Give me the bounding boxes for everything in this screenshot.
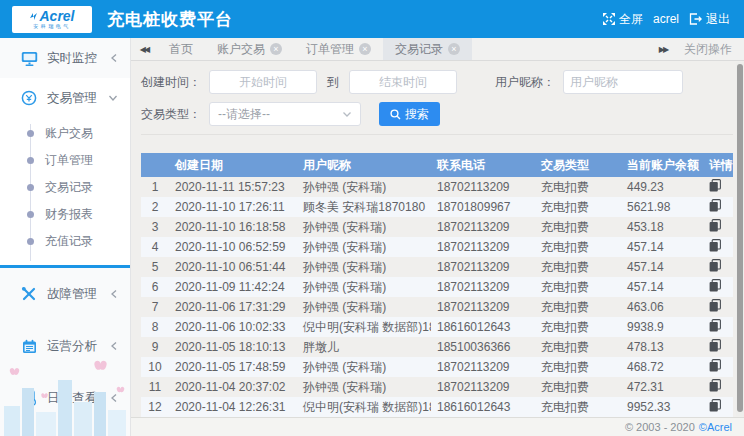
sidebar: 实时监控 交易管理 账户交易 [0,38,131,436]
cell-phone: 18702113209 [431,300,535,314]
table-row[interactable]: 6 2020-11-09 11:42:24 孙钟强 (安科瑞) 18702113… [141,277,733,297]
monitor-icon [20,51,38,66]
tab-order-management[interactable]: 订单管理 × [294,38,383,60]
col-header-detail: 详情 [703,157,733,174]
cell-date: 2020-11-11 15:57:23 [169,180,297,194]
cell-phone: 18702113209 [431,220,535,234]
sidebar-item-transaction-management[interactable]: 交易管理 [0,78,130,118]
table-row[interactable]: 8 2020-11-06 10:02:33 倪中明(安科瑞 数据部)18 186… [141,317,733,337]
tabs-scroll-left-icon[interactable]: ◀◀ [131,38,157,60]
cell-balance: 453.18 [621,220,703,234]
cell-index: 11 [141,380,169,394]
transaction-type-select[interactable]: --请选择-- [209,102,361,126]
sidebar-item-operation-analysis[interactable]: 运营分析 [0,326,130,366]
cell-type: 充电扣费 [535,299,621,316]
detail-copy-icon[interactable] [709,179,721,192]
sidebar-item-recharge-records[interactable]: 充值记录 [0,228,130,255]
tab-close-icon[interactable]: × [270,43,282,55]
table-row[interactable]: 11 2020-11-04 20:37:02 孙钟强 (安科瑞) 1870211… [141,377,733,397]
tab-home[interactable]: 首页 [157,38,205,60]
cell-nickname: 胖墩儿 [297,339,431,356]
detail-copy-icon[interactable] [709,279,721,292]
cell-type: 充电扣费 [535,359,621,376]
cell-index: 9 [141,340,169,354]
sidebar-item-label: 日志查看 [47,390,97,407]
table-row[interactable]: 9 2020-11-05 18:10:13 胖墩儿 18510036366 充电… [141,337,733,357]
table-row[interactable]: 10 2020-11-05 17:48:59 孙钟强 (安科瑞) 1870211… [141,357,733,377]
table-row[interactable]: 2 2020-11-10 17:26:11 顾冬美 安科瑞1870180 187… [141,197,733,217]
cell-nickname: 倪中明(安科瑞 数据部)18 [297,399,431,416]
search-icon [390,109,401,120]
scrollbar-thumb[interactable] [737,64,743,412]
detail-copy-icon[interactable] [709,319,721,332]
detail-copy-icon[interactable] [709,259,721,272]
col-header-create-date: 创建日期 [169,157,297,174]
col-header-type: 交易类型 [535,157,621,174]
tab-bar: ◀◀ 首页 账户交易 × 订单管理 × 交易记录 × ▶▶ [131,38,744,61]
sidebar-item-label: 实时监控 [47,50,97,67]
detail-copy-icon[interactable] [709,199,721,212]
table-row[interactable]: 4 2020-11-10 06:52:59 孙钟强 (安科瑞) 18702113… [141,237,733,257]
tab-label: 账户交易 [217,41,265,58]
acrel-logo: Acrel 安科瑞电气 [12,6,92,33]
table-row[interactable]: 7 2020-11-06 17:31:29 孙钟强 (安科瑞) 18702113… [141,297,733,317]
fullscreen-button[interactable]: 全屏 [603,11,643,28]
detail-copy-icon[interactable] [709,239,721,252]
col-header-phone: 联系电话 [431,157,535,174]
table-row[interactable]: 1 2020-11-11 15:57:23 孙钟强 (安科瑞) 18702113… [141,177,733,197]
sidebar-item-realtime-monitor[interactable]: 实时监控 [0,38,130,78]
username[interactable]: acrel [653,12,679,26]
chevron-left-icon [110,341,118,351]
table-row[interactable]: 5 2020-11-10 06:51:44 孙钟强 (安科瑞) 18702113… [141,257,733,277]
tab-transaction-records[interactable]: 交易记录 × [383,38,472,60]
table-row[interactable]: 3 2020-11-10 16:18:58 孙钟强 (安科瑞) 18702113… [141,217,733,237]
sidebar-item-account-transactions[interactable]: 账户交易 [0,120,130,147]
table-row[interactable]: 12 2020-11-04 12:26:31 倪中明(安科瑞 数据部)18 18… [141,397,733,417]
tab-close-icon[interactable]: × [359,43,371,55]
sidebar-item-fault-management[interactable]: 故障管理 [0,274,130,314]
cell-nickname: 孙钟强 (安科瑞) [297,379,431,396]
table-body: 1 2020-11-11 15:57:23 孙钟强 (安科瑞) 18702113… [141,177,733,417]
search-button-label: 搜索 [405,106,429,123]
bullet-icon [27,157,34,164]
detail-copy-icon[interactable] [709,359,721,372]
cell-type: 充电扣费 [535,339,621,356]
tabs-scroll-right-icon[interactable]: ▶▶ [650,45,676,54]
detail-copy-icon[interactable] [709,399,721,412]
detail-copy-icon[interactable] [709,339,721,352]
detail-copy-icon[interactable] [709,299,721,312]
sidebar-item-order-management[interactable]: 订单管理 [0,147,130,174]
tab-close-icon[interactable]: × [448,43,460,55]
col-header-nickname: 用户昵称 [297,157,431,174]
end-time-input[interactable] [349,70,457,94]
logo-subtext: 安科瑞电气 [33,24,71,29]
cell-nickname: 孙钟强 (安科瑞) [297,179,431,196]
sidebar-item-log-viewer[interactable]: 日志查看 [0,378,130,418]
start-time-input[interactable] [209,70,317,94]
footer-brand-link[interactable]: ©Acrel [699,421,732,433]
cell-balance: 457.14 [621,260,703,274]
sidebar-item-financial-reports[interactable]: 财务报表 [0,201,130,228]
tab-label: 首页 [169,41,193,58]
calendar-icon [20,339,38,354]
nickname-input[interactable] [563,70,683,94]
cell-balance: 457.14 [621,280,703,294]
copyright-text: © 2003 - 2020 [625,421,695,433]
tab-account-transactions[interactable]: 账户交易 × [205,38,294,60]
close-actions-dropdown[interactable]: 关闭操作 [676,41,744,58]
search-button[interactable]: 搜索 [379,102,440,126]
vertical-scrollbar[interactable] [736,62,744,416]
cell-date: 2020-11-10 06:51:44 [169,260,297,274]
cell-phone: 18702113209 [431,380,535,394]
cell-index: 12 [141,400,169,414]
filter-divider [141,134,733,135]
detail-copy-icon[interactable] [709,379,721,392]
sidebar-item-transaction-records[interactable]: 交易记录 [0,174,130,201]
cell-date: 2020-11-05 17:48:59 [169,360,297,374]
logout-button[interactable]: 退出 [689,11,730,28]
detail-copy-icon[interactable] [709,219,721,232]
content-panel: 创建时间： 到 用户昵称： 交易类型： --请选择-- [131,61,744,417]
table-header-row: 创建日期 用户昵称 联系电话 交易类型 当前账户余额 详情 [141,153,733,177]
cell-balance: 472.31 [621,380,703,394]
cell-balance: 449.23 [621,180,703,194]
